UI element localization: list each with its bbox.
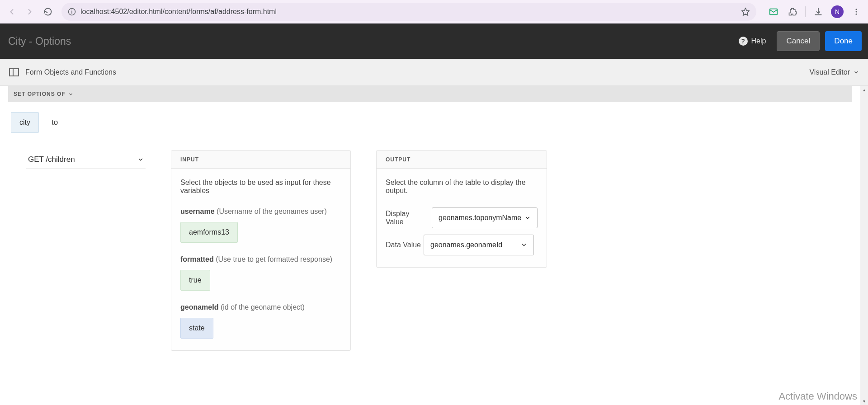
mail-extension-icon[interactable] [765,4,782,20]
data-value-selection: geonames.geonameId [430,241,502,249]
app-header: City - Options ? Help Cancel Done [0,24,868,59]
svg-point-7 [856,9,857,10]
browser-chrome: localhost:4502/editor.html/content/forms… [0,0,868,24]
chevron-down-icon [137,156,144,163]
form-objects-label: Form Objects and Functions [25,68,116,76]
field-value-chip[interactable]: aemforms13 [180,222,238,243]
svg-marker-3 [742,8,750,15]
chrome-divider [805,6,806,17]
input-field-username: username (Username of the geonames user)… [180,207,341,243]
field-hint: (Username of the geonames user) [217,207,327,215]
chrome-right-actions: N [762,4,864,20]
display-value-row: Display Value geonames.toponymName [386,207,538,228]
data-value-label: Data Value [386,241,421,249]
done-button[interactable]: Done [825,31,862,51]
rule-editor-content: SET OPTIONS OF city to GET /children INP… [0,86,868,405]
site-info-icon[interactable] [68,8,76,16]
chrome-menu-icon[interactable] [848,4,864,20]
scroll-up-arrow[interactable]: ▴ [860,86,868,94]
browser-back-button[interactable] [4,4,20,20]
field-value-chip[interactable]: true [180,270,210,291]
field-hint: (Use true to get formatted response) [216,255,332,263]
endpoint-select[interactable]: GET /children [26,150,146,169]
input-instruction: Select the objects to be used as input f… [180,179,341,195]
help-icon: ? [739,37,748,46]
rule-target-row: city to [8,102,860,141]
input-panel: INPUT Select the objects to be used as i… [171,150,351,351]
side-panel-icon [9,68,19,76]
help-link[interactable]: ? Help [739,37,766,46]
scroll-down-arrow[interactable]: ▾ [860,397,868,405]
input-field-formatted: formatted (Use true to get formatted res… [180,255,341,291]
field-name: formatted [180,255,214,263]
editor-mode-dropdown[interactable]: Visual Editor [809,68,859,76]
browser-reload-button[interactable] [40,4,56,20]
browser-forward-button[interactable] [22,4,38,20]
data-value-select[interactable]: geonames.geonameId [424,235,534,255]
svg-point-8 [856,11,857,12]
data-value-row: Data Value geonames.geonameId [386,235,538,255]
bookmark-star-icon[interactable] [741,7,750,16]
form-objects-toggle[interactable]: Form Objects and Functions [9,68,116,76]
extensions-icon[interactable] [784,4,801,20]
rule-type-selector[interactable]: SET OPTIONS OF [8,86,852,102]
target-field-chip[interactable]: city [11,112,39,133]
profile-avatar[interactable]: N [829,4,845,20]
field-hint: (id of the geoname object) [221,303,305,311]
preposition-to: to [52,118,58,127]
vertical-scrollbar[interactable]: ▴ ▾ [860,86,868,405]
display-value-selection: geonames.toponymName [439,214,521,222]
editor-toolbar: Form Objects and Functions Visual Editor [0,59,868,86]
svg-point-2 [71,9,72,10]
cancel-button[interactable]: Cancel [777,31,820,51]
input-field-geonameid: geonameId (id of the geoname object) sta… [180,303,341,339]
field-name: username [180,207,215,215]
display-value-select[interactable]: geonames.toponymName [432,207,538,228]
chevron-down-icon [68,92,73,97]
chevron-down-icon [854,70,859,75]
field-value-chip[interactable]: state [180,318,213,339]
output-panel-header: OUTPUT [377,151,547,169]
rule-type-label: SET OPTIONS OF [14,91,66,97]
endpoint-value: GET /children [28,155,75,164]
input-panel-header: INPUT [171,151,350,169]
chevron-down-icon [524,215,531,221]
help-label: Help [751,37,766,45]
url-bar[interactable]: localhost:4502/editor.html/content/forms… [61,3,756,21]
downloads-icon[interactable] [810,4,826,20]
editor-mode-label: Visual Editor [809,68,850,76]
output-panel: OUTPUT Select the column of the table to… [376,150,547,268]
url-text: localhost:4502/editor.html/content/forms… [80,8,736,16]
chevron-down-icon [521,242,527,248]
output-instruction: Select the column of the table to displa… [386,179,538,195]
svg-point-9 [856,13,857,14]
display-value-label: Display Value [386,210,429,226]
field-name: geonameId [180,303,218,311]
